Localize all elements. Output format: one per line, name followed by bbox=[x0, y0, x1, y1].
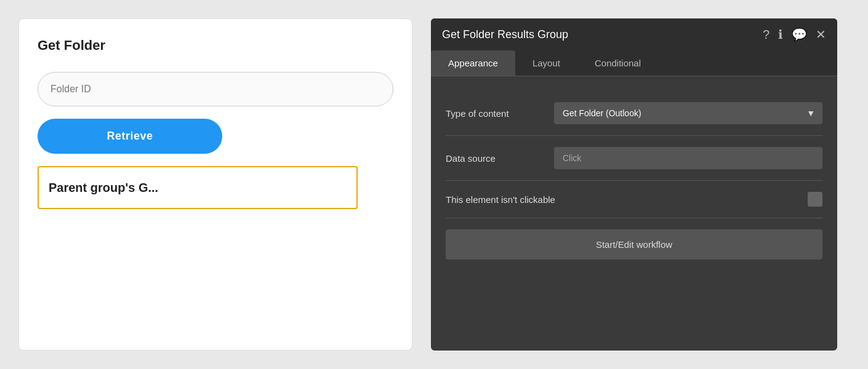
tab-bar: Appearance Layout Conditional bbox=[431, 50, 837, 76]
data-source-input[interactable] bbox=[554, 147, 822, 169]
comment-icon[interactable]: 💬 bbox=[792, 27, 807, 42]
data-source-row: Data source bbox=[446, 136, 822, 181]
help-icon[interactable]: ? bbox=[763, 28, 770, 42]
panel-header: Get Folder Results Group ? ℹ 💬 ✕ bbox=[431, 18, 837, 50]
type-of-content-label: Type of content bbox=[446, 108, 544, 119]
right-panel: Get Folder Results Group ? ℹ 💬 ✕ Appeara… bbox=[431, 18, 837, 351]
clickable-label: This element isn't clickable bbox=[446, 194, 555, 205]
panel-body: Type of content Get Folder (Outlook) Get… bbox=[431, 76, 837, 351]
left-panel: Get Folder Retrieve Parent group's G... bbox=[18, 18, 412, 351]
retrieve-button[interactable]: Retrieve bbox=[38, 119, 222, 154]
parent-group-display: Parent group's G... bbox=[38, 166, 358, 209]
panel-title: Get Folder Results Group bbox=[442, 28, 568, 41]
header-icons: ? ℹ 💬 ✕ bbox=[763, 27, 826, 42]
type-of-content-select[interactable]: Get Folder (Outlook) Get Folder (Gmail) … bbox=[554, 102, 822, 124]
tab-conditional[interactable]: Conditional bbox=[577, 50, 658, 76]
tab-appearance[interactable]: Appearance bbox=[431, 50, 515, 76]
tab-layout[interactable]: Layout bbox=[515, 50, 577, 76]
data-source-control bbox=[554, 147, 822, 169]
type-of-content-control: Get Folder (Outlook) Get Folder (Gmail) … bbox=[554, 102, 822, 124]
clickable-checkbox[interactable] bbox=[808, 192, 822, 207]
info-icon[interactable]: ℹ bbox=[778, 27, 783, 42]
clickable-checkbox-row: This element isn't clickable bbox=[446, 181, 822, 218]
data-source-label: Data source bbox=[446, 153, 544, 164]
close-icon[interactable]: ✕ bbox=[816, 27, 826, 42]
workflow-button[interactable]: Start/Edit workflow bbox=[446, 229, 822, 260]
folder-id-input[interactable] bbox=[38, 72, 393, 106]
type-of-content-row: Type of content Get Folder (Outlook) Get… bbox=[446, 91, 822, 136]
page-title: Get Folder bbox=[38, 38, 393, 54]
